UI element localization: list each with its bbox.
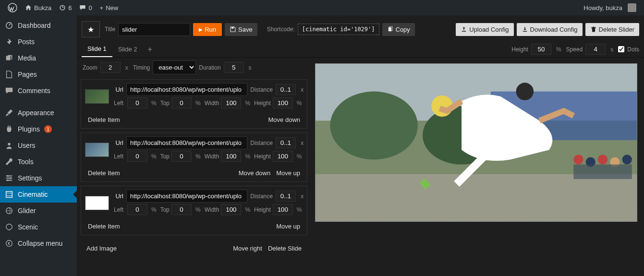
height-input[interactable] xyxy=(531,44,551,55)
sliders-icon xyxy=(5,174,13,182)
speed-label: Speed xyxy=(566,46,583,53)
admin-sidebar: Dashboard Posts Media Pages Comments App… xyxy=(0,15,77,276)
save-icon xyxy=(230,26,236,33)
sidebar-item-appearance[interactable]: Appearance xyxy=(0,105,77,121)
move-down-button[interactable]: Move down xyxy=(236,168,273,179)
zoom-label: Zoom xyxy=(83,64,97,71)
updates[interactable]: 6 xyxy=(55,4,75,12)
timing-select[interactable]: ease-out xyxy=(153,60,196,74)
delete-item-button[interactable]: Delete Item xyxy=(85,221,122,232)
comment-icon xyxy=(5,86,13,95)
site-home[interactable]: Bukza xyxy=(21,4,55,12)
width-input[interactable] xyxy=(221,151,241,162)
sidebar-item-posts[interactable]: Posts xyxy=(0,34,77,50)
delete-slider-button[interactable]: Delete Slider xyxy=(585,23,639,36)
sidebar-item-tools[interactable]: Tools xyxy=(0,154,77,170)
add-slide-button[interactable]: + xyxy=(143,42,157,57)
sidebar-item-users[interactable]: Users xyxy=(0,137,77,154)
width-input[interactable] xyxy=(221,204,241,215)
sidebar-item-collapse[interactable]: Collapse menu xyxy=(0,235,77,252)
duration-label: Duration xyxy=(199,64,220,71)
tab-slide-1[interactable]: Slide 1 xyxy=(82,41,112,57)
dashboard-icon xyxy=(5,21,13,30)
brush-icon xyxy=(5,108,13,117)
url-input[interactable] xyxy=(126,190,247,203)
download-icon xyxy=(522,26,528,33)
item-thumbnail[interactable] xyxy=(85,196,109,210)
sidebar-item-comments[interactable]: Comments xyxy=(0,83,77,99)
distance-input[interactable] xyxy=(276,84,296,95)
run-button[interactable]: Run xyxy=(193,23,222,36)
top-input[interactable] xyxy=(171,151,192,162)
height-input[interactable] xyxy=(273,97,293,108)
tab-slide-2[interactable]: Slide 2 xyxy=(112,42,143,57)
item-editor: Zoom x Timing ease-out Duration s xyxy=(77,58,311,276)
svg-point-24 xyxy=(622,155,632,164)
speed-input[interactable] xyxy=(585,44,606,55)
height-input[interactable] xyxy=(273,151,293,162)
sidebar-item-dashboard[interactable]: Dashboard xyxy=(0,17,77,34)
slide-preview[interactable] xyxy=(315,63,637,222)
delete-slide-button[interactable]: Delete Slide xyxy=(265,243,304,254)
move-up-button[interactable]: Move up xyxy=(273,221,303,232)
top-input[interactable] xyxy=(171,97,192,108)
sidebar-item-plugins[interactable]: Plugins1 xyxy=(0,121,77,137)
pct-unit: % xyxy=(554,46,563,53)
howdy-user[interactable]: Howdy, bukza xyxy=(580,3,640,12)
item-thumbnail[interactable] xyxy=(85,143,109,157)
delete-item-button[interactable]: Delete Item xyxy=(85,114,122,125)
save-button[interactable]: Save xyxy=(225,23,257,36)
left-input[interactable] xyxy=(127,204,147,215)
shortcode-value[interactable]: [cinematic id='1029'] xyxy=(298,24,379,35)
user-icon xyxy=(5,141,13,150)
url-input[interactable] xyxy=(126,83,247,96)
width-input[interactable] xyxy=(221,97,241,108)
comments-count[interactable]: 0 xyxy=(75,4,96,12)
sidebar-item-media[interactable]: Media xyxy=(0,50,77,66)
top-input[interactable] xyxy=(171,204,192,215)
height-input[interactable] xyxy=(273,204,293,215)
wrench-icon xyxy=(5,157,13,166)
sidebar-item-glider[interactable]: Glider xyxy=(0,203,77,219)
collapse-icon xyxy=(5,239,13,248)
svg-point-20 xyxy=(573,155,583,164)
new-content[interactable]: +New xyxy=(96,4,122,12)
svg-rect-6 xyxy=(6,192,12,198)
sidebar-item-scenic[interactable]: Scenic xyxy=(0,219,77,235)
distance-input[interactable] xyxy=(276,137,296,148)
title-label: Title xyxy=(105,26,115,33)
admin-topbar: Bukza 6 0 +New Howdy, bukza xyxy=(0,0,644,15)
plug-icon xyxy=(5,125,13,133)
download-config-button[interactable]: Download Config xyxy=(517,23,583,36)
move-down-button[interactable]: Move down xyxy=(266,114,303,125)
sidebar-item-cinematic[interactable]: Cinematic xyxy=(0,186,77,203)
film-icon xyxy=(5,190,13,199)
item-thumbnail[interactable] xyxy=(85,89,109,104)
copy-button[interactable]: Copy xyxy=(382,23,415,36)
dots-checkbox[interactable] xyxy=(618,46,624,52)
move-up-button[interactable]: Move up xyxy=(273,168,303,179)
editor-toolbar: Title Run Save Shortcode: [cinematic id=… xyxy=(77,15,644,41)
url-input[interactable] xyxy=(126,136,247,149)
plus-icon: + xyxy=(100,4,104,12)
svg-point-22 xyxy=(598,155,608,164)
upload-config-button[interactable]: Upload Config xyxy=(456,23,513,36)
zoom-input[interactable] xyxy=(100,62,121,73)
svg-point-15 xyxy=(330,92,417,160)
left-input[interactable] xyxy=(127,151,147,162)
add-image-button[interactable]: Add Image xyxy=(84,243,120,254)
sidebar-item-settings[interactable]: Settings xyxy=(0,170,77,186)
avatar xyxy=(628,3,636,12)
left-input[interactable] xyxy=(127,97,147,108)
title-input[interactable] xyxy=(118,23,190,36)
image-item: Url Distance x Left% Top% Width% Height% xyxy=(81,79,307,129)
duration-input[interactable] xyxy=(224,62,244,73)
svg-rect-9 xyxy=(231,27,233,29)
wp-logo[interactable] xyxy=(4,3,21,12)
sidebar-item-pages[interactable]: Pages xyxy=(0,66,77,83)
delete-item-button[interactable]: Delete Item xyxy=(85,168,122,179)
move-right-button[interactable]: Move right xyxy=(230,243,265,254)
trash-icon xyxy=(590,26,597,33)
home-icon xyxy=(25,4,32,11)
distance-input[interactable] xyxy=(276,191,296,202)
